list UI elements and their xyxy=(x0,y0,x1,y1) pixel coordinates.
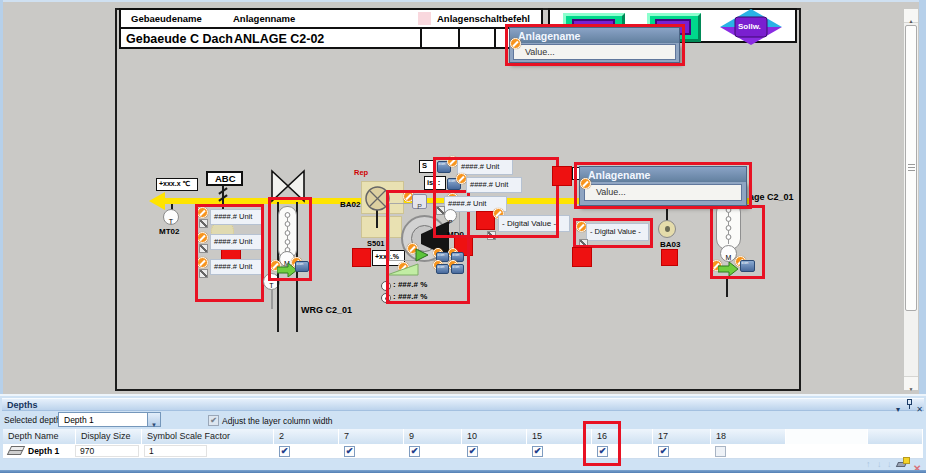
annotation-box xyxy=(573,218,653,248)
column-header-layer-18: 18 xyxy=(711,429,786,444)
move-down-button[interactable]: ↓ xyxy=(877,459,882,469)
scroll-up-button[interactable]: ▲ xyxy=(904,9,918,23)
depth-table-row[interactable]: Depth 1 970 1 ✔ ✔ ✔ ✔ ✔ ✔ ✔ xyxy=(3,444,923,459)
arrow-down-icon: ↓ xyxy=(877,459,882,469)
sensor-stem xyxy=(271,290,273,309)
temp-value-box[interactable]: +xxx.x ℃ xyxy=(156,178,198,191)
building-value: Gebaeude C Dach xyxy=(126,32,233,46)
selected-depth-value: Depth 1 xyxy=(64,415,94,425)
chevron-down-icon: ▾ xyxy=(896,405,900,414)
check-icon: ✔ xyxy=(660,446,668,456)
move-up-button[interactable]: ↑ xyxy=(866,459,871,469)
column-header-empty xyxy=(786,429,868,444)
selected-depth-label: Selected depth: xyxy=(4,415,63,425)
chevron-down-icon: ▼ xyxy=(151,422,157,428)
header-row-labels: Gebaeudename Anlagenname Anlagenschaltbe… xyxy=(119,8,543,29)
annotation-box xyxy=(505,24,685,66)
temp-value: +xxx.x ℃ xyxy=(159,180,190,188)
depths-panel: Depths ▾ ✕ Selected depth: Depth 1 ▼ ✔ A… xyxy=(0,396,926,470)
plus-badge-icon xyxy=(903,457,910,464)
header-row-values: Gebaeude C Dach ANLAGE C2-02 xyxy=(119,27,543,49)
combobox-dropdown-button[interactable]: ▼ xyxy=(147,413,160,426)
soll-label: S xyxy=(422,161,427,170)
layer-7-checkbox[interactable]: ✔ xyxy=(344,446,355,457)
wrg-label: WRG C2_01 xyxy=(301,305,352,315)
switch-label: Anlagenschaltbefehl xyxy=(437,13,530,24)
layer-18-checkbox[interactable] xyxy=(715,446,726,457)
column-header-depth-name: Depth Name xyxy=(3,429,76,444)
auto-hide-pin-button[interactable] xyxy=(906,399,914,410)
header-empty-cell xyxy=(458,27,496,49)
plant-label: Anlagenname xyxy=(233,13,295,24)
layer-17-checkbox[interactable]: ✔ xyxy=(658,446,669,457)
adjust-layer-width-label: Adjust the layer column width xyxy=(222,416,333,426)
annotation-box xyxy=(433,157,559,238)
layer-9-checkbox[interactable]: ✔ xyxy=(409,446,420,457)
check-icon: ✔ xyxy=(346,446,354,456)
plant-value: ANLAGE C2-02 xyxy=(234,32,324,46)
pin-icon-stem xyxy=(909,405,910,409)
switch-status-square xyxy=(418,12,431,25)
column-header-layer-2: 2 xyxy=(274,429,339,444)
add-layer-button[interactable] xyxy=(897,457,910,470)
close-icon: ✕ xyxy=(916,405,923,414)
check-icon: ✔ xyxy=(210,416,217,425)
scroll-up-icon: ▲ xyxy=(909,18,914,24)
rep-label: Rep xyxy=(354,168,368,177)
arrow-up-icon: ↑ xyxy=(866,459,871,469)
layer-10-checkbox[interactable]: ✔ xyxy=(467,446,478,457)
annotation-box xyxy=(574,162,752,209)
adjust-layer-width-checkbox[interactable]: ✔ xyxy=(208,415,219,426)
pipe-vertical xyxy=(726,278,728,297)
window-position-button[interactable]: ▾ xyxy=(893,398,903,409)
annotation-box xyxy=(710,205,765,279)
annotation-box xyxy=(583,421,621,466)
alarm-square xyxy=(572,247,592,267)
window-border-top xyxy=(0,0,926,2)
flow-arrow-head xyxy=(149,192,165,210)
sensor-dot xyxy=(665,226,670,232)
display-size-field[interactable]: 970 xyxy=(75,445,139,457)
alarm-square xyxy=(352,248,371,267)
selected-depth-combobox[interactable]: Depth 1 ▼ xyxy=(58,412,161,427)
vertical-scrollbar[interactable]: ▲ ▼ xyxy=(903,8,919,391)
setpoint-diamond-button[interactable]: Sollw. xyxy=(720,9,782,45)
layer-15-checkbox[interactable]: ✔ xyxy=(532,446,543,457)
plant-ref-right-label: age C2_01 xyxy=(749,192,794,202)
column-header-layer-9: 9 xyxy=(404,429,462,444)
s501-label: S501 xyxy=(367,239,385,248)
alarm-square xyxy=(552,166,572,186)
annotation-box xyxy=(195,204,264,302)
layer-2-checkbox[interactable]: ✔ xyxy=(279,446,290,457)
thumb-grip xyxy=(908,170,915,171)
alarm-square xyxy=(661,249,678,266)
depths-panel-titlebar[interactable]: Depths xyxy=(2,398,924,411)
check-icon: ✔ xyxy=(469,446,477,456)
symbol-scale-field[interactable]: 1 xyxy=(144,445,207,457)
thumb-grip xyxy=(908,164,915,165)
scrollbar-thumb[interactable] xyxy=(905,25,917,311)
column-header-display-size: Display Size xyxy=(76,429,142,444)
abc-label: ABC xyxy=(215,173,236,184)
depths-panel-title: Depths xyxy=(7,400,38,410)
ba03-sensor[interactable] xyxy=(658,220,676,238)
depth-row-name: Depth 1 xyxy=(28,446,59,456)
annotation-box xyxy=(268,197,312,281)
t-sensor-letter: T xyxy=(169,218,173,225)
move-bottom-button[interactable]: ↓ xyxy=(887,459,892,469)
close-panel-button[interactable]: ✕ xyxy=(915,398,924,409)
mt02-temp-sensor[interactable]: T xyxy=(163,209,179,225)
t-sensor-letter: T xyxy=(269,282,273,289)
column-header-symbol-scale: Symbol Scale Factor xyxy=(142,429,274,444)
setpoint-diamond-label: Sollw. xyxy=(738,22,761,31)
scroll-down-button[interactable]: ▼ xyxy=(904,376,918,390)
abc-label-box: ABC xyxy=(206,171,243,186)
column-header-layer-7: 7 xyxy=(339,429,404,444)
scroll-down-icon: ▼ xyxy=(909,386,914,392)
check-icon: ✔ xyxy=(411,446,419,456)
thumb-grip xyxy=(908,167,915,168)
ba02-label: BA02 xyxy=(340,200,360,209)
column-header-layer-17: 17 xyxy=(653,429,711,444)
layers-icon xyxy=(9,446,25,451)
header-empty-cell xyxy=(420,27,460,49)
